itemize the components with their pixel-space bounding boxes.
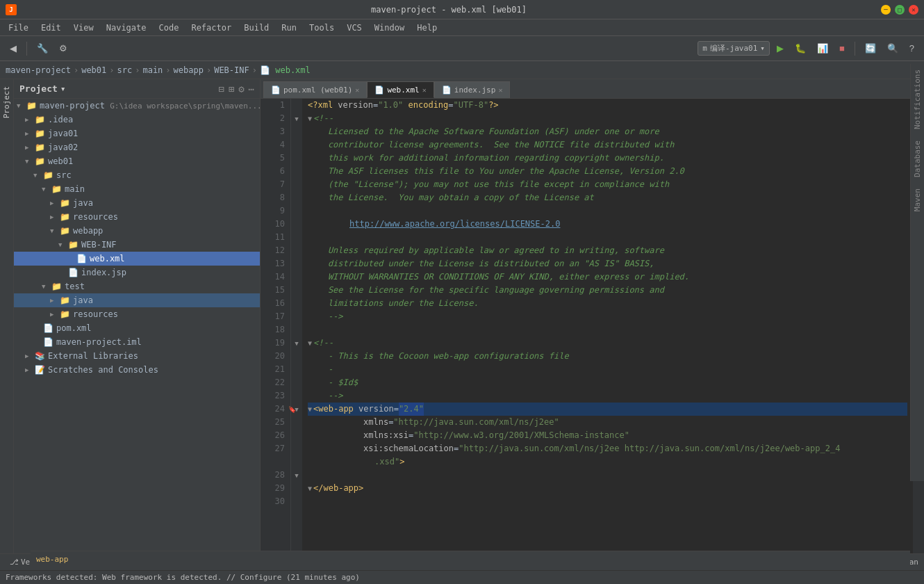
window-title: maven-project - web.xml [web01] [371, 5, 527, 15]
app-logo: J [6, 4, 17, 15]
menu-item-file[interactable]: File [3, 22, 34, 34]
editor-tabs: 📄 pom.xml (web01) ✕ 📄 web.xml ✕ 📄 index.… [261, 79, 924, 99]
breadcrumb-item-file[interactable]: 📄 web.xml [260, 65, 311, 75]
menu-item-tools[interactable]: Tools [304, 22, 340, 34]
tree-item-resources[interactable]: ▶ 📁 resources [14, 210, 260, 224]
expand-all-icon[interactable]: ⊞ [229, 83, 234, 95]
tree-item-scratches[interactable]: ▶ 📝 Scratches and Consoles [14, 363, 260, 377]
tab-indexjsp[interactable]: 📄 index.jsp ✕ [434, 81, 511, 98]
menu-item-code[interactable]: Code [154, 22, 185, 34]
back-button[interactable]: ◀ [6, 42, 21, 55]
menu-item-help[interactable]: Help [411, 22, 443, 34]
code-line-23: --> [308, 389, 907, 403]
maven-vtab[interactable]: Maven [911, 183, 923, 217]
profile-button[interactable]: 📊 [813, 42, 832, 55]
notification-text: Frameworks detected: Web framework is de… [6, 573, 360, 582]
collapse-all-icon[interactable]: ⊟ [218, 83, 224, 95]
breadcrumb-item-project[interactable]: maven-project [6, 65, 71, 75]
code-line-28 [308, 469, 907, 482]
tree-item-maven-project[interactable]: ▼ 📁 maven-project G:\idea workspace\spri… [14, 99, 260, 113]
code-line-18 [308, 323, 907, 336]
breadcrumb-item-src[interactable]: src [117, 65, 133, 75]
tree-item-test-resources[interactable]: ▶ 📁 resources [14, 307, 260, 321]
menu-item-window[interactable]: Window [369, 22, 410, 34]
window-controls[interactable]: ─ □ ✕ [881, 5, 918, 15]
settings-button[interactable]: ⚙ [55, 42, 72, 55]
tree-item-src[interactable]: ▼ 📁 src [14, 168, 260, 182]
code-line-25: xmlns="http://java.sun.com/xml/ns/j2ee" [308, 416, 907, 429]
breadcrumb-sep6: › [252, 65, 257, 75]
minimize-button[interactable]: ─ [881, 5, 891, 15]
help-button[interactable]: ? [905, 42, 918, 55]
tree-item-idea[interactable]: ▶ 📁 .idea [14, 113, 260, 127]
code-line-30 [308, 495, 907, 508]
tree-item-main[interactable]: ▼ 📁 main [14, 182, 260, 196]
tab-indexjsp-close[interactable]: ✕ [498, 86, 502, 94]
code-line-4: contributor license agreements. See the … [308, 138, 907, 152]
code-content[interactable]: <?xml version="1.0" encoding="UTF-8"?> ▼… [302, 99, 913, 553]
version-control-icon: ⎇ [10, 558, 19, 567]
menu-item-view[interactable]: View [68, 22, 99, 34]
search-everywhere-button[interactable]: 🔍 [883, 42, 902, 55]
left-vtabs: Project [0, 79, 14, 553]
tree-item-webxml[interactable]: 📄 web.xml [14, 252, 260, 266]
tree-item-java01[interactable]: ▶ 📁 java01 [14, 127, 260, 140]
menu-item-edit[interactable]: Edit [35, 22, 67, 34]
notifications-vtab[interactable]: Notifications [911, 79, 923, 135]
breadcrumb-item-webapp[interactable]: webapp [174, 65, 204, 75]
menu-item-vcs[interactable]: VCS [341, 22, 368, 34]
run-button[interactable]: ▶ [773, 42, 788, 55]
tab-pomxml[interactable]: 📄 pom.xml (web01) ✕ [263, 81, 367, 98]
tree-item-ext-libs[interactable]: ▶ 📚 External Libraries [14, 349, 260, 363]
tab-webxml[interactable]: 📄 web.xml ✕ [367, 81, 434, 98]
debug-button[interactable]: 🐛 [791, 42, 810, 55]
breadcrumb-sep: › [74, 65, 79, 75]
breadcrumb-sep3: › [135, 65, 140, 75]
tree-item-indexjsp[interactable]: 📄 index.jsp [14, 266, 260, 279]
breadcrumb-item-module[interactable]: web01 [81, 65, 106, 75]
tree-item-pomxml[interactable]: 📄 pom.xml [14, 321, 260, 335]
menu-item-refactor[interactable]: Refactor [185, 22, 237, 34]
code-line-19: ▼<!-- [308, 336, 907, 350]
fold-icon-2[interactable]: ▼ [295, 115, 298, 122]
run-icon: m [702, 44, 707, 53]
menu-item-run[interactable]: Run [276, 22, 302, 34]
code-line-15: See the License for the specific languag… [308, 284, 907, 297]
tree-item-webinf[interactable]: ▼ 📁 WEB-INF [14, 238, 260, 252]
project-vtab[interactable]: Project [1, 79, 13, 125]
chevron-down-icon[interactable]: ▾ [60, 83, 66, 94]
menu-bar: FileEditViewNavigateCodeRefactorBuildRun… [0, 19, 924, 36]
update-button[interactable]: 🔄 [861, 42, 880, 55]
tree-item-java02[interactable]: ▶ 📁 java02 [14, 140, 260, 154]
line-numbers: 1 2 3 4 5 6 7 8 9 10 11 12 13 14 15 16 1… [261, 99, 291, 553]
maximize-button[interactable]: □ [895, 5, 905, 15]
menu-item-build[interactable]: Build [238, 22, 274, 34]
tab-pomxml-icon: 📄 [271, 86, 281, 95]
tree-item-java[interactable]: ▶ 📁 java [14, 196, 260, 210]
breadcrumb-item-webinf[interactable]: WEB-INF [214, 65, 249, 75]
run-config-selector[interactable]: m 编译-java01 ▾ [698, 41, 770, 56]
tree-item-test-java[interactable]: ▶ 📁 java [14, 293, 260, 307]
tree-item-web01[interactable]: ▼ 📁 web01 [14, 154, 260, 168]
database-vtab[interactable]: Database [911, 135, 923, 183]
tree-item-webapp[interactable]: ▼ 📁 webapp [14, 224, 260, 238]
fold-icon-29[interactable]: ▼ [295, 472, 298, 479]
title-bar: J maven-project - web.xml [web01] ─ □ ✕ [0, 0, 924, 19]
tree-item-test[interactable]: ▼ 📁 test [14, 279, 260, 293]
code-line-9 [308, 204, 907, 218]
stop-button[interactable]: ■ [835, 42, 849, 55]
breadcrumb-item-main[interactable]: main [142, 65, 163, 75]
close-button[interactable]: ✕ [909, 5, 918, 15]
code-line-7: (the "License"); you may not use this fi… [308, 178, 907, 191]
add-button[interactable]: 🔧 [33, 42, 52, 55]
breadcrumb: maven-project › web01 › src › main › web… [0, 61, 924, 79]
tab-webxml-close[interactable]: ✕ [422, 86, 427, 94]
fold-icon-19[interactable]: ▼ [295, 340, 298, 347]
tree-item-iml[interactable]: 📄 maven-project.iml [14, 335, 260, 349]
more-icon[interactable]: ⋯ [249, 83, 254, 95]
menu-item-navigate[interactable]: Navigate [101, 22, 152, 34]
tab-pomxml-close[interactable]: ✕ [355, 86, 359, 94]
editor-area[interactable]: 1 2 3 4 5 6 7 8 9 10 11 12 13 14 15 16 1… [261, 99, 924, 553]
project-panel-header: Project ▾ ⊟ ⊞ ⚙ ⋯ [14, 79, 260, 99]
settings-icon[interactable]: ⚙ [238, 83, 244, 95]
